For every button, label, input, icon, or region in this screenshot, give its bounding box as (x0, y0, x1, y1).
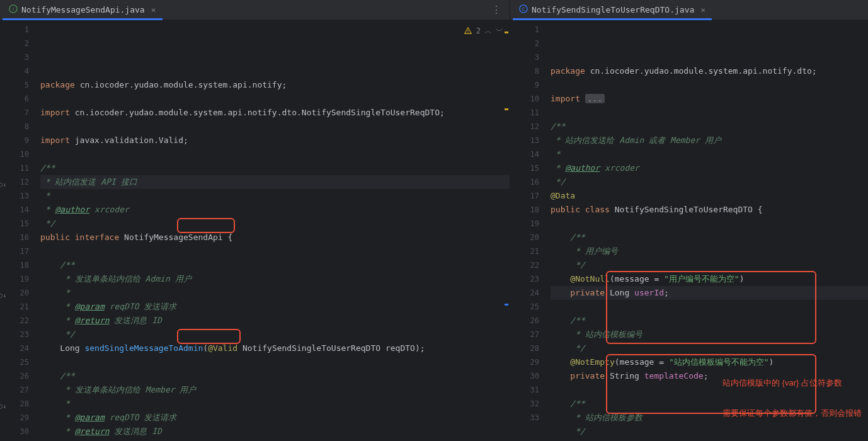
code-line[interactable]: /** (40, 161, 510, 175)
tab-notify-message-send-api[interactable]: I NotifyMessageSendApi.java × (3, 0, 163, 20)
line-number: 20 (510, 231, 539, 244)
code-line[interactable]: /** (551, 314, 868, 328)
code-line[interactable]: * (40, 397, 510, 411)
code-line[interactable]: @NotNull(message = "用户编号不能为空") (551, 272, 868, 286)
code-line[interactable]: * (40, 189, 510, 203)
line-number: 30 (510, 369, 539, 383)
line-number: 20◯↓ (0, 286, 29, 300)
code-line[interactable]: */ (551, 258, 868, 272)
code-line[interactable]: * 站内信模板编号 (551, 328, 868, 341)
code-line[interactable] (40, 120, 510, 134)
code-line[interactable]: * 站内信发送给 Admin 或者 Member 用户 (551, 134, 868, 147)
code-line[interactable]: Long sendSingleMessageToAdmin(@Valid Not… (40, 341, 510, 355)
code-line[interactable]: import cn.iocoder.yudao.module.system.ap… (40, 106, 510, 120)
line-number: 26 (0, 369, 29, 383)
scrollbar-selection-mark (505, 304, 508, 306)
left-code-area[interactable]: 2 ︿ ﹀ package cn.iocoder.yudao.module.sy… (35, 20, 510, 441)
code-line[interactable]: @Data (551, 189, 868, 203)
code-line[interactable]: * (40, 286, 510, 300)
code-line[interactable]: */ (40, 217, 510, 231)
line-number: 32 (510, 397, 539, 411)
warning-icon (464, 26, 472, 35)
line-number: 3 (510, 50, 539, 64)
code-line[interactable]: import javax.validation.Valid; (40, 134, 510, 147)
code-line[interactable]: * @return 发送消息 ID (40, 425, 510, 438)
code-line[interactable] (40, 244, 510, 258)
annotation-line1: 站内信模版中的 {var} 占位符参数 (722, 378, 862, 388)
code-line[interactable]: private Long userId; (551, 286, 868, 300)
code-line[interactable]: */ (40, 328, 510, 341)
line-number: 21 (0, 300, 29, 314)
right-gutter: 1238910111213141516171819202122232425262… (510, 20, 545, 441)
right-code-area[interactable]: 站内信模版中的 {var} 占位符参数 需要保证每个参数都有值，否则会报错 pa… (545, 20, 868, 441)
line-number: 21 (510, 244, 539, 258)
line-number: 29 (0, 411, 29, 425)
close-icon[interactable]: × (151, 5, 156, 14)
line-number: 9 (510, 78, 539, 92)
code-line[interactable] (551, 217, 868, 231)
scrollbar[interactable] (503, 20, 510, 441)
left-editor-pane: I NotifyMessageSendApi.java × ⋮ 12345678… (0, 0, 510, 441)
line-number: 11 (510, 106, 539, 120)
line-number: 27 (510, 328, 539, 341)
code-line[interactable]: * @author xrcoder (551, 161, 868, 175)
svg-point-3 (467, 32, 468, 33)
code-line[interactable] (40, 92, 510, 106)
code-line[interactable]: * 站内信发送 API 接口 (40, 175, 510, 189)
code-line[interactable] (551, 300, 868, 314)
code-line[interactable]: private Map<String, Object> templatePara… (551, 438, 868, 441)
line-number: 2 (510, 37, 539, 50)
code-line[interactable]: * @return 发送消息 ID (40, 314, 510, 328)
code-line[interactable]: /** (40, 258, 510, 272)
code-line[interactable]: /** (551, 120, 868, 134)
line-number: 16 (510, 175, 539, 189)
line-number: 13 (0, 189, 29, 203)
line-number: 10 (510, 92, 539, 106)
line-number: 15 (0, 217, 29, 231)
code-line[interactable]: */ (40, 438, 510, 441)
code-line[interactable]: * @param reqDTO 发送请求 (40, 411, 510, 425)
code-line[interactable]: package cn.iocoder.yudao.module.system.a… (551, 64, 868, 78)
code-line[interactable]: import ... (551, 92, 868, 106)
code-line[interactable]: * 发送单条站内信给 Admin 用户 (40, 272, 510, 286)
code-line[interactable]: * @author xrcoder (40, 203, 510, 217)
tab-filename: NotifySendSingleToUserReqDTO.java (532, 5, 694, 14)
scrollbar-warn-mark (505, 32, 508, 33)
line-number: 13 (510, 134, 539, 147)
code-line[interactable]: /** (40, 369, 510, 383)
code-line[interactable]: */ (551, 341, 868, 355)
left-editor[interactable]: 123456789101112◯↓1314151617181920◯↓21222… (0, 20, 510, 441)
code-line[interactable]: * (551, 147, 868, 161)
line-number: 9 (0, 134, 29, 147)
tab-overflow-icon[interactable]: ⋮ (486, 4, 507, 16)
code-line[interactable] (40, 147, 510, 161)
code-line[interactable]: public interface NotifyMessageSendApi { (40, 231, 510, 244)
code-line[interactable]: */ (551, 175, 868, 189)
line-number: 16 (0, 231, 29, 244)
code-line[interactable]: * 发送单条站内信给 Member 用户 (40, 383, 510, 397)
line-number: 10 (0, 147, 29, 161)
code-line[interactable] (551, 78, 868, 92)
code-line[interactable] (40, 355, 510, 369)
chevron-down-icon[interactable]: ﹀ (496, 24, 503, 38)
line-number: 8 (510, 64, 539, 78)
code-line[interactable] (551, 106, 868, 120)
close-icon[interactable]: × (700, 5, 705, 14)
code-line[interactable]: package cn.iocoder.yudao.module.system.a… (40, 78, 510, 92)
tab-notify-send-single-dto[interactable]: C NotifySendSingleToUserReqDTO.java × (513, 0, 712, 20)
annotation-callout: 站内信模版中的 {var} 占位符参数 需要保证每个参数都有值，否则会报错 (722, 358, 862, 438)
code-line[interactable]: * @param reqDTO 发送请求 (40, 300, 510, 314)
right-editor[interactable]: 1238910111213141516171819202122232425262… (510, 20, 868, 441)
code-line[interactable]: * 用户编号 (551, 244, 868, 258)
inspection-widget[interactable]: 2 ︿ ﹀ (464, 24, 503, 38)
code-line[interactable]: public class NotifySendSingleToUserReqDT… (551, 203, 868, 217)
left-gutter: 123456789101112◯↓1314151617181920◯↓21222… (0, 20, 35, 441)
code-line[interactable]: /** (551, 231, 868, 244)
scrollbar-warn-mark (505, 108, 508, 110)
line-number: 8 (0, 120, 29, 134)
chevron-up-icon[interactable]: ︿ (484, 24, 492, 38)
line-number: 5 (0, 78, 29, 92)
warning-count: 2 (476, 24, 481, 38)
line-number: 18 (0, 258, 29, 272)
line-number: 1 (510, 23, 539, 37)
